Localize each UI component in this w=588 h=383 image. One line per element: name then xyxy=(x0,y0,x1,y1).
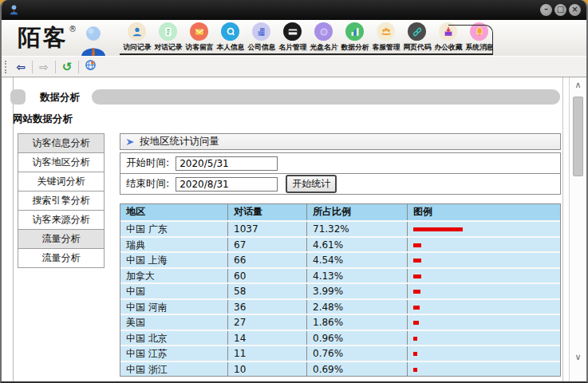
separator xyxy=(78,61,79,73)
visitor-log-icon xyxy=(128,22,146,41)
column-header-legend: 图例 xyxy=(407,204,560,220)
toolbar-label: 数据分析 xyxy=(341,43,369,53)
table-row: 中国 河南 36 2.48% xyxy=(120,298,560,314)
message-envelope-icon xyxy=(190,22,208,41)
forward-button[interactable]: ⇨ xyxy=(36,59,52,75)
toolbar-item-data-analysis[interactable]: 数据分析 xyxy=(339,22,370,53)
globe-icon xyxy=(85,59,97,71)
cell-region: 中国 广东 xyxy=(120,222,227,236)
cell-legend xyxy=(407,222,560,236)
legend-bar xyxy=(413,352,417,356)
table-row: 中国 上海 66 4.54% xyxy=(120,251,560,267)
panel-title: 按地区统计访问量 xyxy=(140,135,219,148)
cell-count: 66 xyxy=(227,253,306,267)
cell-count: 36 xyxy=(227,300,306,314)
cell-percent: 4.13% xyxy=(306,269,407,283)
cell-region: 加拿大 xyxy=(120,269,227,283)
toolbar-item-web-code[interactable]: 网页代码 xyxy=(401,22,432,53)
toolbar-underline xyxy=(120,53,493,55)
cell-legend xyxy=(407,253,560,267)
start-time-input[interactable] xyxy=(176,156,278,171)
cell-legend xyxy=(407,362,560,377)
title-bar[interactable]: – □ × xyxy=(2,0,586,20)
end-time-row: 结束时间: 开始统计 xyxy=(120,173,561,195)
disc-icon xyxy=(314,22,333,41)
toolbar-label: 光盘名片 xyxy=(310,43,337,53)
cell-count: 58 xyxy=(227,284,306,298)
minimize-button[interactable]: – xyxy=(540,4,552,16)
sidebar-item-traffic-analysis[interactable]: 流量分析 xyxy=(18,248,105,268)
window-controls: – □ × xyxy=(540,4,581,16)
end-time-input[interactable] xyxy=(176,177,278,192)
table-row: 中国 北京 14 0.96% xyxy=(120,330,560,345)
brand-name: 陌客 xyxy=(18,22,69,53)
legend-bar xyxy=(413,337,417,341)
toolbar-grip-handle[interactable] xyxy=(5,61,8,73)
table-row: 加拿大 60 4.13% xyxy=(120,267,560,283)
table-row: 美国 27 1.86% xyxy=(120,314,560,330)
toolbar-item-service-management[interactable]: 客服管理 xyxy=(370,22,401,53)
refresh-button[interactable]: ↺ xyxy=(59,59,75,75)
cell-region: 瑞典 xyxy=(120,238,227,252)
app-window: – □ × 陌客 ® 访问记录 xyxy=(0,0,588,383)
toolbar-item-company-info[interactable]: 公司信息 xyxy=(246,22,277,53)
scrollbar-thumb[interactable] xyxy=(573,97,583,176)
legend-bar xyxy=(413,227,463,231)
cell-count: 14 xyxy=(227,331,306,345)
toolbar-label: 对话记录 xyxy=(154,43,182,53)
toolbar-label: 本人信息 xyxy=(216,43,244,53)
blue-arrow-icon xyxy=(125,137,135,147)
cell-legend xyxy=(407,300,560,314)
cell-count: 27 xyxy=(227,315,306,330)
toolbar-item-disc-card[interactable]: 光盘名片 xyxy=(308,22,339,53)
start-time-row: 开始时间: xyxy=(120,152,561,174)
home-globe-button[interactable] xyxy=(82,59,98,75)
cell-legend xyxy=(407,284,560,298)
legend-bar xyxy=(413,368,417,372)
toolbar-label: 网页代码 xyxy=(403,43,431,53)
close-button[interactable]: × xyxy=(569,4,581,16)
toolbar-item-visitor-messages[interactable]: 访客留言 xyxy=(184,22,215,53)
bar-chart-icon xyxy=(345,22,364,41)
cell-percent: 2.48% xyxy=(306,300,407,314)
toolbar-item-card-management[interactable]: 名片管理 xyxy=(277,22,308,53)
tab-data-analysis[interactable]: 数据分析 xyxy=(29,89,91,105)
back-button[interactable]: ⇦ xyxy=(13,59,29,75)
scroll-down-icon[interactable]: ∨ xyxy=(570,351,586,364)
people-group-icon xyxy=(377,22,395,41)
panel-header: 按地区统计访问量 xyxy=(120,133,561,150)
sidebar-item-traffic-analysis-group[interactable]: 流量分析 xyxy=(18,229,105,249)
legend-bar xyxy=(413,243,421,247)
maximize-button[interactable]: □ xyxy=(554,4,566,16)
toolbar-item-my-info[interactable]: 本人信息 xyxy=(215,22,246,53)
cell-region: 中国 江苏 xyxy=(120,346,227,361)
toolbar-item-chat-records[interactable]: 对话记录 xyxy=(152,22,184,53)
cell-percent: 1.86% xyxy=(306,315,407,330)
cell-region: 中国 河南 xyxy=(120,300,227,314)
toolbar-item-visit-records[interactable]: 访问记录 xyxy=(121,22,152,53)
brand-logo: 陌客 ® xyxy=(18,22,107,57)
cell-count: 60 xyxy=(227,269,306,283)
scroll-up-icon[interactable]: ∧ xyxy=(570,79,586,92)
cell-count: 1037 xyxy=(227,222,306,236)
cell-percent: 4.54% xyxy=(306,253,407,267)
table-row: 中国 江苏 11 0.76% xyxy=(120,345,560,361)
tab-strip-stub xyxy=(10,89,26,105)
sidebar-item-keyword-analysis[interactable]: 关键词分析 xyxy=(18,172,105,192)
cell-legend xyxy=(407,269,560,283)
table-row: 中国 58 3.99% xyxy=(120,282,560,298)
brand-avatar-icon xyxy=(80,25,107,57)
sidebar-item-search-engine-analysis[interactable]: 搜索引擎分析 xyxy=(18,191,105,211)
legend-bar xyxy=(413,274,421,278)
table-row: 中国 浙江 10 0.69% xyxy=(120,361,560,377)
vertical-scrollbar[interactable]: ∧ ∨ xyxy=(569,77,586,381)
toolbar-label: 访问记录 xyxy=(123,43,151,53)
sidebar-item-visitor-info-analysis[interactable]: 访客信息分析 xyxy=(18,133,105,153)
start-statistics-button[interactable]: 开始统计 xyxy=(286,175,337,193)
content-area: 数据分析 网站数据分析 访客信息分析 访客地区分析 关键词分析 搜索引擎分析 访… xyxy=(2,77,586,381)
separator xyxy=(32,61,33,73)
sidebar-item-visitor-region-analysis[interactable]: 访客地区分析 xyxy=(18,152,105,172)
table-header-row: 地区 对话量 所占比例 图例 xyxy=(120,204,560,220)
sidebar-item-visitor-source-analysis[interactable]: 访客来源分析 xyxy=(18,210,105,230)
app-person-icon xyxy=(8,4,20,16)
